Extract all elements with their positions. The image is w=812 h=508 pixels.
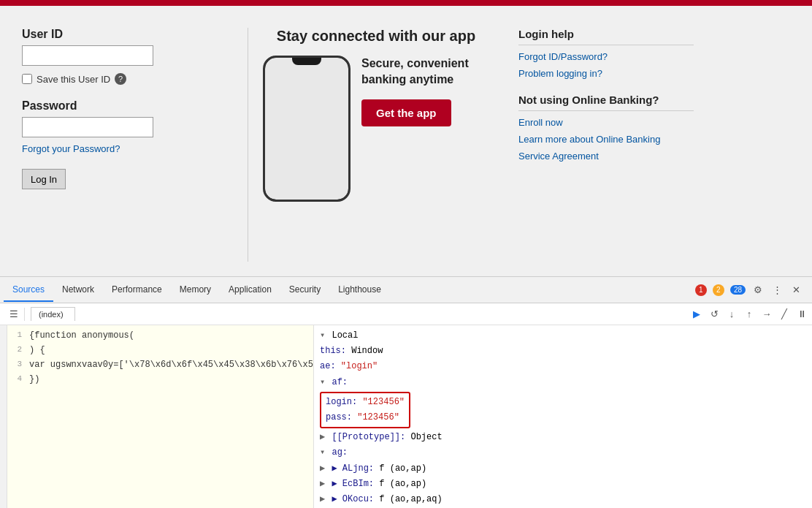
tab-sources[interactable]: Sources — [4, 278, 53, 302]
play-icon[interactable]: ▶ — [690, 308, 703, 321]
close-icon[interactable]: ✕ — [789, 284, 803, 297]
af-login-row: login: "123456" — [326, 395, 405, 410]
error-badge: 1 — [695, 284, 707, 296]
tab-application[interactable]: Application — [220, 278, 280, 302]
toggle-sidebar-icon[interactable]: ☰ — [7, 308, 20, 321]
login-section: User ID Save this User ID ? Password For… — [15, 28, 248, 262]
step-into-icon[interactable]: ↓ — [725, 308, 738, 321]
devtools-file-bar: ☰ (index) ▶ ↺ ↓ ↑ → ╱ ⏸ — [0, 303, 812, 325]
okocu-key: ▶ OKocu: — [332, 494, 374, 504]
tab-network[interactable]: Network — [53, 278, 103, 302]
vars-panel: ▾ Local this: Window ae: "login" ▾ af: l… — [314, 325, 812, 508]
local-label: Local — [332, 330, 358, 341]
ag-row: ▾ ag: — [320, 445, 806, 460]
user-id-label: User ID — [22, 28, 233, 41]
pause-icon[interactable]: ⏸ — [795, 308, 808, 321]
save-user-id-checkbox[interactable] — [22, 74, 32, 84]
local-collapse[interactable]: ▾ — [320, 330, 330, 341]
code-content-4: }) — [29, 373, 39, 386]
af-row: ▾ af: — [320, 375, 806, 390]
deactivate-icon[interactable]: ╱ — [778, 308, 791, 321]
enroll-link[interactable]: Enroll now — [518, 117, 694, 128]
banking-subtitle: Secure, convenient banking anytime — [361, 56, 489, 88]
okocu-row: ▶ ▶ OKocu: f (ao,ap,aq) — [320, 492, 806, 507]
devtools-tabs-bar: Sources Network Performance Memory Appli… — [0, 277, 812, 303]
ag-collapse[interactable]: ▾ — [320, 447, 330, 458]
service-agreement-link[interactable]: Service Agreement — [518, 151, 694, 162]
help-icon[interactable]: ? — [115, 73, 126, 85]
not-using-title: Not using Online Banking? — [518, 94, 694, 111]
af-pass-row: pass: "123456" — [326, 410, 405, 425]
line-num-2: 2 — [7, 344, 29, 356]
help-section: Login help Forgot ID/Password? Problem l… — [504, 28, 708, 262]
error-count: 1 — [695, 284, 707, 296]
login-button[interactable]: Log In — [22, 169, 66, 189]
settings-icon[interactable]: ⚙ — [751, 284, 765, 297]
save-user-id-label: Save this User ID — [37, 74, 110, 85]
devtools-content: 1 {function anonymous( 2 ) { 3 var ugswn… — [0, 325, 812, 508]
get-app-button[interactable]: Get the app — [361, 99, 451, 126]
phone-container: Secure, convenient banking anytime Get t… — [263, 56, 489, 202]
code-line-3: 3 var ugswnxvaav0y=['\x78\x6d\x6f\x45\x4… — [7, 357, 313, 372]
forgot-id-link[interactable]: Forgot ID/Password? — [518, 51, 694, 62]
ecbim-key: ▶ EcBIm: — [332, 479, 374, 489]
ae-row: ae: "login" — [320, 359, 806, 374]
line-num-4: 4 — [7, 373, 29, 385]
aljng-row: ▶ ▶ ALjng: f (ao,ap) — [320, 461, 806, 477]
top-bar — [0, 0, 812, 6]
highlighted-creds: login: "123456" pass: "123456" — [320, 392, 410, 428]
warn-count: 2 — [713, 284, 724, 296]
this-val: Window — [351, 346, 383, 356]
ae-key: ae: — [320, 361, 341, 371]
more-icon[interactable]: ⋮ — [770, 284, 784, 297]
ecbim-row: ▶ ▶ EcBIm: f (ao,ap) — [320, 477, 806, 492]
ecbim-collapse[interactable]: ▶ — [320, 479, 330, 489]
problem-login-link[interactable]: Problem logging in? — [518, 68, 694, 79]
remember-row: Save this User ID ? — [22, 73, 233, 85]
forgot-password-link[interactable]: Forgot your Password? — [22, 143, 233, 154]
learn-more-link[interactable]: Learn more about Online Banking — [518, 134, 694, 145]
msg-count: 28 — [730, 285, 746, 295]
app-section: Stay connected with our app Secure, conv… — [248, 28, 504, 262]
user-id-input[interactable] — [22, 45, 153, 66]
login-help-title: Login help — [518, 28, 694, 45]
ecbim-val: f (ao,ap) — [379, 479, 426, 489]
step-over-icon[interactable]: ↺ — [708, 308, 721, 321]
step-out-icon[interactable]: ↑ — [743, 308, 756, 321]
devtools-toolbar-icons: ☰ — [4, 308, 25, 321]
proto-val: Object — [410, 432, 442, 442]
file-tab-index[interactable]: (index) — [31, 307, 75, 321]
okocu-collapse[interactable]: ▶ — [320, 494, 330, 504]
password-input[interactable] — [22, 117, 153, 137]
this-row: this: Window — [320, 344, 806, 359]
password-label-row: Password — [22, 99, 233, 137]
tab-security[interactable]: Security — [280, 278, 329, 302]
ae-val: "login" — [341, 361, 378, 371]
aljng-key: ▶ ALjng: — [332, 463, 374, 474]
af-login-val: "123456" — [362, 397, 405, 407]
line-num-1: 1 — [7, 329, 29, 341]
tab-lighthouse[interactable]: Lighthouse — [329, 278, 390, 302]
password-label: Password — [22, 99, 233, 113]
okocu-val: f (ao,ap,aq) — [379, 494, 442, 504]
tab-memory[interactable]: Memory — [171, 278, 220, 302]
not-using-section: Not using Online Banking? Enroll now Lea… — [518, 94, 694, 162]
devtools-panel: Sources Network Performance Memory Appli… — [0, 276, 812, 508]
this-key: this: — [320, 346, 351, 356]
aljng-collapse[interactable]: ▶ — [320, 463, 330, 474]
tab-performance[interactable]: Performance — [103, 278, 171, 302]
main-area: User ID Save this User ID ? Password For… — [0, 6, 812, 276]
local-section: ▾ Local — [320, 328, 806, 344]
ag-key: ag: — [332, 447, 348, 458]
devtools-toolbar-right: 1 2 28 ⚙ ⋮ ✕ — [695, 284, 808, 297]
proto-collapse[interactable]: ▶ — [320, 432, 330, 442]
prototype-row: ▶ [[Prototype]]: Object — [320, 430, 806, 445]
af-key: af: — [332, 377, 348, 387]
warn-badge: 2 — [713, 284, 724, 296]
step-icon[interactable]: → — [760, 308, 773, 321]
code-content-2: ) { — [29, 344, 45, 357]
af-collapse[interactable]: ▾ — [320, 377, 330, 387]
left-gutter — [0, 325, 7, 508]
code-line-1: 1 {function anonymous( — [7, 328, 313, 343]
code-content-1: {function anonymous( — [29, 329, 134, 342]
